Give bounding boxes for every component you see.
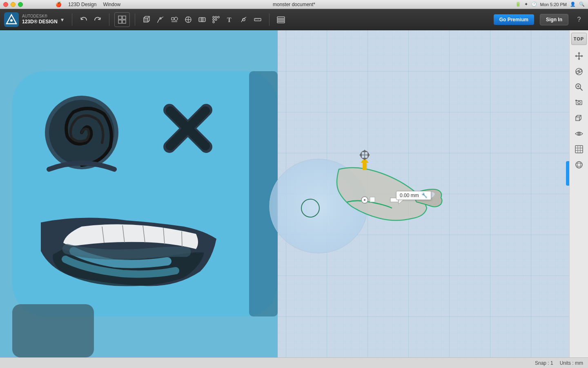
app-toolbar: AUTODESK® 123D® DESIGN ▾: [0, 9, 588, 30]
snap-display: Snap : 1: [535, 360, 553, 366]
svg-rect-52: [12, 304, 94, 357]
svg-rect-35: [277, 21, 285, 23]
transform-button[interactable]: [182, 13, 195, 26]
right-sidebar: TOP: [569, 30, 588, 357]
svg-marker-74: [581, 55, 583, 57]
value-display: 0.00 mm: [400, 193, 419, 198]
snap-button[interactable]: [114, 12, 130, 27]
svg-point-56: [364, 199, 365, 201]
popup-wrench-icon[interactable]: 🔧: [421, 193, 428, 198]
perspective-button[interactable]: [572, 111, 586, 125]
svg-rect-4: [122, 16, 126, 19]
svg-point-13: [174, 17, 178, 20]
pattern-button[interactable]: [209, 13, 223, 26]
svg-rect-3: [118, 16, 122, 19]
svg-point-77: [578, 71, 580, 72]
divider-1: [72, 13, 72, 26]
layers-button[interactable]: [274, 13, 287, 26]
menubar[interactable]: 🍎 123D Design Window: [56, 2, 120, 7]
help-button[interactable]: ?: [574, 15, 584, 25]
svg-rect-7: [144, 18, 148, 22]
logo-dropdown-arrow[interactable]: ▾: [61, 16, 64, 23]
units-display: Units : mm: [560, 360, 583, 366]
svg-line-79: [580, 88, 582, 91]
material-button[interactable]: [572, 158, 586, 172]
close-button[interactable]: [3, 2, 8, 7]
pan-zoom-button[interactable]: [572, 49, 586, 63]
clock-icon: 🕐: [531, 2, 537, 7]
primitives-button[interactable]: [140, 13, 153, 26]
divider-3: [135, 13, 135, 26]
logo-icon: [4, 12, 19, 27]
sketch-button[interactable]: [154, 13, 167, 26]
redo-button[interactable]: [91, 13, 104, 26]
mac-titlebar: 🍎 123D Design Window monster document* 🔋…: [0, 0, 588, 9]
svg-point-20: [213, 16, 214, 18]
svg-rect-91: [575, 146, 583, 153]
svg-text:T: T: [227, 16, 232, 23]
time-display: Mon 5:20 PM: [540, 2, 567, 7]
measure-button[interactable]: [237, 13, 250, 26]
shape-button[interactable]: [168, 13, 181, 26]
svg-rect-12: [172, 18, 174, 20]
svg-rect-85: [576, 117, 579, 121]
grid-view-button[interactable]: [572, 142, 586, 156]
go-premium-button[interactable]: Go Premium: [494, 14, 534, 25]
svg-point-83: [578, 101, 580, 104]
value-input-popup[interactable]: 0.00 mm 🔧: [396, 191, 431, 200]
user-icon: 👤: [570, 2, 576, 7]
divider-4: [269, 13, 270, 26]
eye-view-button[interactable]: [572, 127, 586, 141]
svg-point-98: [577, 162, 581, 168]
minimize-button[interactable]: [11, 2, 16, 7]
logo-text: AUTODESK® 123D® DESIGN: [22, 13, 58, 25]
app-menu-item[interactable]: 123D Design: [68, 2, 96, 7]
sign-in-button[interactable]: Sign In: [540, 14, 568, 25]
top-view-button[interactable]: TOP: [571, 33, 587, 45]
svg-point-90: [578, 133, 579, 135]
window-menu-item[interactable]: Window: [103, 2, 120, 7]
svg-rect-6: [122, 20, 126, 23]
svg-marker-73: [575, 55, 577, 57]
canvas-svg: [0, 30, 569, 357]
combine-button[interactable]: [196, 13, 209, 26]
svg-point-96: [576, 162, 582, 168]
svg-rect-58: [363, 162, 367, 170]
svg-point-25: [213, 21, 214, 23]
svg-rect-28: [254, 18, 261, 21]
bluetooth-icon: ✦: [524, 2, 528, 7]
tools-group: T: [140, 13, 264, 26]
divider-2: [109, 13, 109, 26]
svg-rect-33: [277, 17, 285, 19]
svg-point-21: [215, 16, 217, 18]
svg-point-97: [576, 163, 582, 166]
orbit-button[interactable]: [572, 65, 586, 79]
zoom-button[interactable]: [572, 80, 586, 94]
undo-button[interactable]: [77, 13, 90, 26]
svg-rect-5: [118, 20, 122, 23]
status-bar: Snap : 1 Units : mm: [0, 357, 588, 368]
ruler-button[interactable]: [251, 13, 264, 26]
svg-point-24: [215, 19, 217, 20]
svg-point-2: [10, 19, 13, 22]
brand-name: AUTODESK®: [22, 13, 58, 19]
svg-rect-19: [201, 18, 205, 22]
battery-icon: 🔋: [515, 2, 521, 7]
svg-line-51: [182, 231, 182, 247]
right-panel-handle[interactable]: [566, 161, 569, 186]
svg-point-23: [213, 19, 214, 20]
maximize-button[interactable]: [18, 2, 23, 7]
svg-rect-68: [370, 197, 375, 202]
titlebar-right: 🔋 ✦ 🕐 Mon 5:20 PM 👤 🔍: [515, 2, 585, 7]
text-button[interactable]: T: [223, 13, 236, 26]
svg-point-22: [218, 16, 219, 18]
search-icon[interactable]: 🔍: [579, 2, 585, 7]
fit-view-button[interactable]: [572, 96, 586, 110]
app-logo[interactable]: AUTODESK® 123D® DESIGN ▾: [4, 12, 64, 27]
svg-marker-72: [578, 58, 580, 60]
traffic-lights[interactable]: [3, 2, 23, 7]
canvas-area[interactable]: 0.00 mm 🔧: [0, 30, 569, 357]
apple-menu[interactable]: 🍎: [56, 2, 62, 7]
svg-rect-84: [575, 100, 577, 101]
svg-marker-71: [578, 52, 580, 54]
